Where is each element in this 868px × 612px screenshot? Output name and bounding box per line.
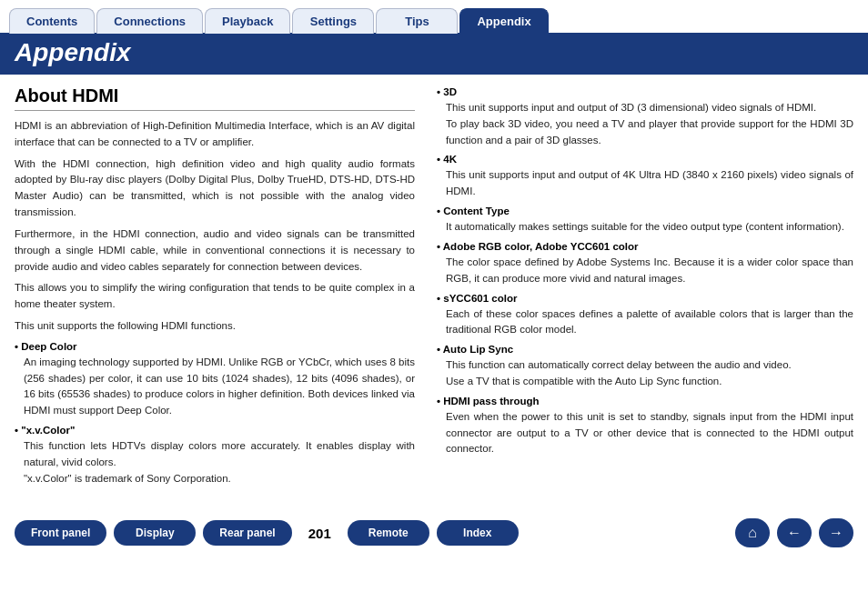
bullet-adobe-rgb: Adobe RGB color, Adobe YCC601 color The … xyxy=(437,240,853,287)
page-number: 201 xyxy=(308,526,331,541)
forward-button[interactable]: → xyxy=(819,518,853,547)
bullet-xvcolor-body: This function lets HDTVs display colors … xyxy=(15,438,415,487)
bullet-sycc601-body: Each of these color spaces defines a pal… xyxy=(437,306,853,339)
intro-para-4: This allows you to simplify the wiring c… xyxy=(15,280,415,313)
bullet-hdmi-pass-through: HDMI pass through Even when the power to… xyxy=(437,395,853,457)
bullet-3d: 3D This unit supports input and output o… xyxy=(437,85,853,148)
tab-contents[interactable]: Contents xyxy=(9,8,95,34)
tab-settings[interactable]: Settings xyxy=(292,8,374,34)
display-button[interactable]: Display xyxy=(114,520,196,546)
bullet-adobe-rgb-body: The color space defined by Adobe Systems… xyxy=(437,255,853,287)
bullet-content-type-body: It automatically makes settings suitable… xyxy=(437,219,853,236)
bullet-hdmi-pass-through-title: HDMI pass through xyxy=(437,396,540,406)
bullet-auto-lip-sync-body: This function can automatically correct … xyxy=(437,357,853,390)
bullet-auto-lip-sync-title: Auto Lip Sync xyxy=(437,344,513,355)
header-band: Appendix xyxy=(0,33,868,75)
back-button[interactable]: ← xyxy=(777,518,812,547)
tab-playback[interactable]: Playback xyxy=(205,8,290,34)
tab-connections[interactable]: Connections xyxy=(96,8,203,34)
section-title: About HDMI xyxy=(15,85,415,111)
bullet-sycc601-title: sYCC601 color xyxy=(437,293,517,304)
rear-panel-button[interactable]: Rear panel xyxy=(203,520,291,546)
intro-para-3: Furthermore, in the HDMI connection, aud… xyxy=(15,226,415,275)
page-title: Appendix xyxy=(15,38,853,67)
bullet-content-type: Content Type It automatically makes sett… xyxy=(437,205,853,236)
bullet-xvcolor-title: "x.v.Color" xyxy=(15,425,76,436)
bullet-content-type-title: Content Type xyxy=(437,206,510,216)
bullet-4k: 4K This unit supports input and output o… xyxy=(437,153,853,200)
bullet-xvcolor: "x.v.Color" This function lets HDTVs dis… xyxy=(15,424,415,487)
bullet-auto-lip-sync: Auto Lip Sync This function can automati… xyxy=(437,343,853,390)
main-content: About HDMI HDMI is an abbreviation of Hi… xyxy=(0,75,868,498)
tab-appendix[interactable]: Appendix xyxy=(459,8,548,34)
tab-tips[interactable]: Tips xyxy=(376,8,458,34)
index-button[interactable]: Index xyxy=(437,520,519,546)
intro-para-1: HDMI is an abbreviation of High-Definiti… xyxy=(15,118,415,151)
bullet-deep-color: Deep Color An imaging technology support… xyxy=(15,340,415,419)
bullet-adobe-rgb-title: Adobe RGB color, Adobe YCC601 color xyxy=(437,241,639,252)
top-navigation: Contents Connections Playback Settings T… xyxy=(0,0,868,33)
bullet-hdmi-pass-through-body: Even when the power to this unit is set … xyxy=(437,409,853,457)
bottom-navigation: Front panel Display Rear panel 201 Remot… xyxy=(0,507,868,557)
bullet-4k-body: This unit supports input and output of 4… xyxy=(437,167,853,200)
left-column: About HDMI HDMI is an abbreviation of Hi… xyxy=(15,85,415,491)
bullet-deep-color-body: An imaging technology supported by HDMI.… xyxy=(15,355,415,419)
intro-para-5: This unit supports the following HDMI fu… xyxy=(15,318,415,335)
bullet-sycc601: sYCC601 color Each of these color spaces… xyxy=(437,292,853,339)
bullet-3d-title: 3D xyxy=(437,86,457,97)
home-button[interactable]: ⌂ xyxy=(735,518,770,547)
intro-para-2: With the HDMI connection, high definitio… xyxy=(15,156,415,221)
remote-button[interactable]: Remote xyxy=(348,520,429,546)
bullet-3d-body: This unit supports input and output of 3… xyxy=(437,100,853,148)
bullet-4k-title: 4K xyxy=(437,154,457,165)
bullet-deep-color-title: Deep Color xyxy=(15,341,77,352)
right-column: 3D This unit supports input and output o… xyxy=(437,85,853,491)
front-panel-button[interactable]: Front panel xyxy=(15,520,106,546)
